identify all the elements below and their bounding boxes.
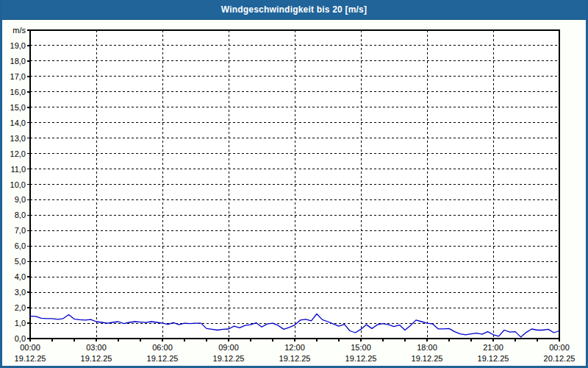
svg-text:06:00: 06:00 [152,343,173,352]
svg-text:19.12.25: 19.12.25 [478,354,509,363]
svg-text:15,0: 15,0 [10,103,26,112]
svg-text:20.12.25: 20.12.25 [544,354,576,363]
svg-text:6,0: 6,0 [15,241,26,250]
svg-text:00:00: 00:00 [549,343,570,352]
svg-text:19.12.25: 19.12.25 [15,354,46,363]
wind-speed-chart: 0,01,02,03,04,05,06,07,08,09,010,011,012… [2,20,586,366]
svg-text:12:00: 12:00 [284,343,305,352]
chart-title: Windgeschwindigkeit bis 20 [m/s] [221,4,367,15]
svg-text:12,0: 12,0 [10,149,26,158]
svg-text:3,0: 3,0 [15,288,26,297]
svg-text:19.12.25: 19.12.25 [412,354,443,363]
svg-text:9,0: 9,0 [15,195,26,204]
svg-text:16,0: 16,0 [10,88,26,96]
title-bar: Windgeschwindigkeit bis 20 [m/s] [2,0,586,20]
svg-text:19,0: 19,0 [10,41,26,50]
svg-text:0,0: 0,0 [15,334,26,343]
svg-text:09:00: 09:00 [218,343,239,352]
svg-text:21:00: 21:00 [483,343,503,352]
svg-text:19.12.25: 19.12.25 [213,354,245,363]
svg-text:14,0: 14,0 [10,118,26,127]
svg-text:19.12.25: 19.12.25 [81,354,112,363]
svg-text:03:00: 03:00 [86,343,107,352]
svg-text:7,0: 7,0 [15,226,26,235]
svg-text:2,0: 2,0 [15,303,26,312]
svg-text:17,0: 17,0 [10,72,26,81]
svg-text:19.12.25: 19.12.25 [279,354,311,363]
chart-area: 0,01,02,03,04,05,06,07,08,09,010,011,012… [2,20,586,366]
svg-text:11,0: 11,0 [10,165,26,174]
chart-window: Windgeschwindigkeit bis 20 [m/s] 0,01,02… [0,0,588,368]
svg-text:m/s: m/s [12,26,26,35]
svg-text:8,0: 8,0 [15,210,26,219]
svg-text:15:00: 15:00 [351,343,371,352]
svg-text:18,0: 18,0 [10,57,26,66]
svg-text:19.12.25: 19.12.25 [147,354,179,363]
svg-text:19.12.25: 19.12.25 [345,354,377,363]
svg-text:18:00: 18:00 [417,343,437,352]
svg-text:4,0: 4,0 [15,272,26,281]
svg-text:00:00: 00:00 [20,343,40,352]
svg-text:13,0: 13,0 [10,134,26,143]
svg-text:5,0: 5,0 [15,257,26,266]
svg-text:1,0: 1,0 [15,319,26,328]
svg-text:10,0: 10,0 [10,180,26,189]
